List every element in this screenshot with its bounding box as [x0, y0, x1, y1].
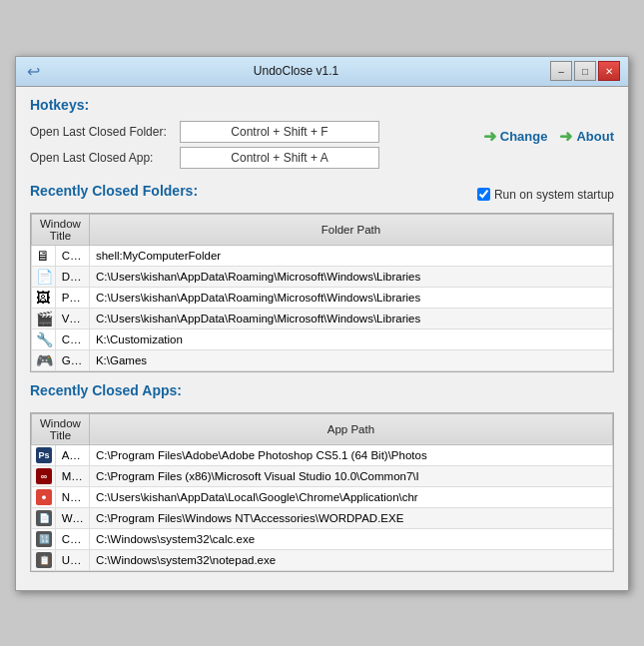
- table-row[interactable]: Ps Adobe Photoshop CS5.1 Exten C:\Progra…: [32, 444, 613, 465]
- change-arrow-icon: ➜: [483, 127, 496, 146]
- row-title: WordPad: [55, 507, 89, 528]
- row-title: Computer: [55, 245, 89, 266]
- startup-checkbox-label[interactable]: Run on system startup: [477, 188, 614, 202]
- folders-col-title: Window Title: [32, 214, 90, 245]
- folder-hotkey-row: Open Last Closed Folder:: [30, 121, 483, 143]
- main-content: Hotkeys: Open Last Closed Folder: Open L…: [16, 87, 628, 590]
- hotkeys-section: Hotkeys: Open Last Closed Folder: Open L…: [30, 97, 614, 173]
- close-button[interactable]: ✕: [598, 61, 620, 81]
- window-controls: – □ ✕: [550, 61, 620, 81]
- row-title: Documents: [55, 266, 89, 287]
- row-icon: 🔧: [32, 328, 56, 349]
- folders-table: Window Title Folder Path 🖥 Computer shel…: [31, 214, 613, 371]
- row-icon: 📄: [32, 507, 56, 528]
- row-title: Games: [55, 349, 89, 370]
- apps-table: Window Title App Path Ps Adobe Photoshop…: [31, 413, 613, 571]
- folders-table-container: Window Title Folder Path 🖥 Computer shel…: [30, 213, 614, 372]
- row-icon: 🎮: [32, 349, 56, 370]
- startup-checkbox[interactable]: [477, 188, 490, 201]
- row-path: C:\Program Files\Adobe\Adobe Photoshop C…: [89, 444, 612, 465]
- app-hotkey-label: Open Last Closed App:: [30, 151, 180, 165]
- row-title: New Tab - Google Chrome: [55, 486, 89, 507]
- folders-header: Recently Closed Folders: Run on system s…: [30, 183, 614, 207]
- row-path: C:\Windows\system32\calc.exe: [89, 528, 612, 549]
- table-row[interactable]: 🔧 Customization K:\Customization: [32, 328, 613, 349]
- row-path: C:\Program Files\Windows NT\Accessories\…: [89, 507, 612, 528]
- row-path: K:\Customization: [89, 328, 612, 349]
- app-hotkey-input[interactable]: [180, 147, 379, 169]
- about-label: About: [576, 129, 614, 144]
- row-icon: 🎬: [32, 308, 56, 328]
- table-row[interactable]: 🖥 Computer shell:MyComputerFolder: [32, 245, 613, 266]
- table-row[interactable]: 📋 Untitled - Notepad C:\Windows\system32…: [32, 549, 613, 570]
- table-row[interactable]: 🎬 Videos C:\Users\kishan\AppData\Roaming…: [32, 308, 613, 328]
- row-icon: ●: [32, 486, 56, 507]
- folders-table-header: Window Title Folder Path: [32, 214, 613, 245]
- row-icon: 📄: [32, 266, 56, 287]
- hotkeys-row: Open Last Closed Folder: Open Last Close…: [30, 121, 614, 173]
- row-path: K:\Games: [89, 349, 612, 370]
- row-path: C:\Windows\system32\notepad.exe: [89, 549, 612, 570]
- hotkeys-title: Hotkeys:: [30, 97, 614, 113]
- apps-table-container: Window Title App Path Ps Adobe Photoshop…: [30, 412, 614, 572]
- apps-col-title: Window Title: [32, 413, 90, 444]
- table-row[interactable]: ∞ Microsoft Visual Studio (Admin C:\Prog…: [32, 465, 613, 486]
- main-window: ↩ UndoClose v1.1 – □ ✕ Hotkeys: Open Las…: [15, 56, 629, 591]
- apps-title: Recently Closed Apps:: [30, 382, 182, 398]
- hotkeys-inputs: Open Last Closed Folder: Open Last Close…: [30, 121, 483, 173]
- row-path: C:\Users\kishan\AppData\Roaming\Microsof…: [89, 308, 612, 328]
- row-icon: 🖼: [32, 287, 56, 308]
- table-row[interactable]: 📄 Documents C:\Users\kishan\AppData\Roam…: [32, 266, 613, 287]
- row-title: Pictures: [55, 287, 89, 308]
- recently-apps-section: Recently Closed Apps: Window Title App P…: [30, 382, 614, 572]
- apps-header: Recently Closed Apps:: [30, 382, 614, 406]
- row-icon: 🖥: [32, 245, 56, 266]
- apps-table-header: Window Title App Path: [32, 413, 613, 444]
- table-row[interactable]: 📄 WordPad C:\Program Files\Windows NT\Ac…: [32, 507, 613, 528]
- hotkeys-actions: ➜ Change ➜ About: [483, 121, 614, 146]
- row-path: C:\Users\kishan\AppData\Local\Google\Chr…: [89, 486, 612, 507]
- startup-label: Run on system startup: [494, 188, 614, 202]
- titlebar: ↩ UndoClose v1.1 – □ ✕: [16, 57, 628, 87]
- row-icon: 📋: [32, 549, 56, 570]
- folder-hotkey-input[interactable]: [180, 121, 379, 143]
- app-hotkey-row: Open Last Closed App:: [30, 147, 483, 169]
- recently-folders-section: Recently Closed Folders: Run on system s…: [30, 183, 614, 372]
- row-path: shell:MyComputerFolder: [89, 245, 612, 266]
- row-title: Videos: [55, 308, 89, 328]
- row-path: C:\Program Files (x86)\Microsoft Visual …: [89, 465, 612, 486]
- folders-col-path: Folder Path: [89, 214, 612, 245]
- row-icon: ∞: [32, 465, 56, 486]
- about-arrow-icon: ➜: [559, 127, 572, 146]
- change-label: Change: [500, 129, 548, 144]
- row-title: Adobe Photoshop CS5.1 Exten: [55, 444, 89, 465]
- table-row[interactable]: 🖼 Pictures C:\Users\kishan\AppData\Roami…: [32, 287, 613, 308]
- window-title: UndoClose v1.1: [42, 64, 550, 78]
- row-path: C:\Users\kishan\AppData\Roaming\Microsof…: [89, 287, 612, 308]
- row-icon: Ps: [32, 444, 56, 465]
- row-path: C:\Users\kishan\AppData\Roaming\Microsof…: [89, 266, 612, 287]
- row-title: Calculator: [55, 528, 89, 549]
- table-row[interactable]: 🔢 Calculator C:\Windows\system32\calc.ex…: [32, 528, 613, 549]
- row-title: Microsoft Visual Studio (Admin: [55, 465, 89, 486]
- app-icon: ↩: [24, 62, 42, 80]
- folders-title: Recently Closed Folders:: [30, 183, 198, 199]
- row-icon: 🔢: [32, 528, 56, 549]
- about-button[interactable]: ➜ About: [559, 127, 614, 146]
- minimize-button[interactable]: –: [550, 61, 572, 81]
- table-row[interactable]: 🎮 Games K:\Games: [32, 349, 613, 370]
- change-button[interactable]: ➜ Change: [483, 127, 548, 146]
- row-title: Customization: [55, 328, 89, 349]
- apps-col-path: App Path: [89, 413, 612, 444]
- table-row[interactable]: ● New Tab - Google Chrome C:\Users\kisha…: [32, 486, 613, 507]
- folder-hotkey-label: Open Last Closed Folder:: [30, 125, 180, 139]
- maximize-button[interactable]: □: [574, 61, 596, 81]
- row-title: Untitled - Notepad: [55, 549, 89, 570]
